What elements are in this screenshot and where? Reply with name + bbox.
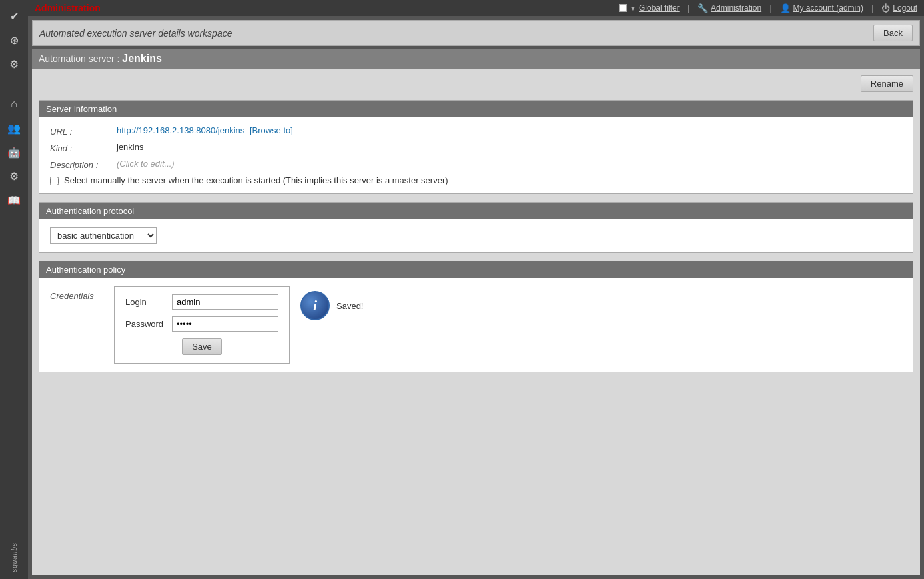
description-row: Description : (Click to edit...)	[50, 159, 902, 170]
back-button[interactable]: Back	[873, 25, 913, 41]
config-icon: ⚙	[9, 170, 19, 183]
info-icon: i	[300, 291, 330, 320]
server-info-panel: Server information URL : http://192.168.…	[39, 100, 913, 194]
sidebar-icon-group[interactable]: 👥	[3, 117, 25, 139]
topbar-sep2: |	[769, 3, 771, 13]
topbar: Administration ▼ Global filter | 🔧 Admin…	[28, 0, 924, 16]
global-filter-link[interactable]: Global filter	[639, 3, 680, 13]
auth-protocol-select[interactable]: basic authentication token authenticatio…	[50, 227, 157, 244]
manual-select-row: Select manually the server when the exec…	[50, 175, 902, 185]
wrench-icon: 🔧	[697, 3, 708, 13]
sidebar-icon-config[interactable]: ⚙	[3, 165, 25, 187]
description-label: Description :	[50, 159, 117, 170]
brand-label: squanbs	[11, 542, 18, 572]
login-label: Login	[125, 297, 165, 307]
my-account-link[interactable]: My account (admin)	[793, 3, 863, 13]
server-title-bar: Automation server : Jenkins	[32, 49, 920, 69]
main-area: Administration ▼ Global filter | 🔧 Admin…	[28, 0, 924, 579]
auth-protocol-panel: Authentication protocol basic authentica…	[39, 202, 913, 253]
save-button[interactable]: Save	[182, 338, 222, 355]
server-info-body: URL : http://192.168.2.138:8080/jenkins …	[39, 117, 913, 193]
browse-to-link[interactable]: [Browse to]	[250, 125, 293, 135]
administration-link[interactable]: Administration	[711, 3, 761, 13]
credentials-box: Login Password Save	[114, 286, 290, 364]
sidebar-icon-gear[interactable]: ⚙	[3, 53, 25, 75]
description-placeholder[interactable]: (Click to edit...)	[117, 159, 175, 169]
power-icon: ⏻	[881, 3, 890, 13]
topbar-right: ▼ Global filter | 🔧 Administration | 👤 M…	[619, 3, 917, 13]
sidebar: ✔ ⊛ ⚙ ⌂ 👥 🤖 ⚙ 📖 squanbs	[0, 0, 28, 579]
user-icon: ⊛	[10, 34, 19, 47]
kind-label: Kind :	[50, 142, 117, 153]
server-info-header: Server information	[39, 101, 913, 117]
workspace: Rename Server information URL : http://1…	[32, 69, 920, 575]
auth-policy-panel: Authentication policy Credentials Login …	[39, 261, 913, 372]
page-header-title: Automated execution server details works…	[39, 28, 232, 39]
home-icon: ⌂	[11, 98, 17, 110]
global-filter-checkbox[interactable]	[619, 4, 627, 12]
info-area: i Saved!	[300, 286, 363, 320]
password-label: Password	[125, 319, 165, 329]
sidebar-icon-book[interactable]: 📖	[3, 189, 25, 211]
auth-protocol-body: basic authentication token authenticatio…	[39, 219, 913, 252]
login-row: Login	[125, 294, 278, 310]
sidebar-icon-user[interactable]: ⊛	[3, 29, 25, 51]
topbar-sep3: |	[871, 3, 873, 13]
server-label: Automation server :	[39, 53, 119, 64]
settings-icon: ⚙	[9, 58, 19, 71]
manual-select-label: Select manually the server when the exec…	[64, 175, 448, 185]
kind-row: Kind : jenkins	[50, 142, 902, 153]
page-header: Automated execution server details works…	[32, 20, 920, 46]
sidebar-icon-check[interactable]: ✔	[3, 5, 25, 27]
auth-protocol-header: Authentication protocol	[39, 203, 913, 219]
url-label: URL :	[50, 125, 117, 137]
content-wrapper: Automated execution server details works…	[28, 16, 924, 579]
administration-container: 🔧 Administration	[697, 3, 761, 13]
rename-row: Rename	[39, 75, 913, 92]
my-account-container: 👤 My account (admin)	[780, 3, 863, 13]
check-icon: ✔	[10, 10, 19, 23]
save-row: Save	[125, 338, 278, 355]
filter-arrow-icon: ▼	[630, 5, 636, 12]
global-filter-container: ▼ Global filter	[619, 3, 680, 13]
sidebar-icon-robot[interactable]: 🤖	[3, 141, 25, 163]
saved-text: Saved!	[336, 301, 363, 311]
login-input[interactable]	[172, 294, 278, 310]
book-icon: 📖	[7, 194, 21, 207]
logout-container: ⏻ Logout	[881, 3, 917, 13]
logout-link[interactable]: Logout	[893, 3, 917, 13]
sidebar-icon-home[interactable]: ⌂	[3, 93, 25, 115]
group-icon: 👥	[7, 122, 21, 135]
credentials-label: Credentials	[50, 286, 103, 301]
topbar-sep1: |	[688, 3, 690, 13]
url-value: http://192.168.2.138:8080/jenkins [Brows…	[117, 125, 293, 135]
credentials-section: Credentials Login Password Sa	[50, 286, 902, 364]
url-text: http://192.168.2.138:8080/jenkins	[117, 125, 244, 135]
app-title: Administration	[35, 3, 101, 13]
url-row: URL : http://192.168.2.138:8080/jenkins …	[50, 125, 902, 137]
auth-policy-header: Authentication policy	[39, 261, 913, 278]
server-name: Jenkins	[122, 53, 162, 64]
rename-button[interactable]: Rename	[861, 75, 913, 92]
robot-icon: 🤖	[7, 146, 21, 159]
auth-policy-body: Credentials Login Password Sa	[39, 278, 913, 372]
person-icon: 👤	[780, 3, 791, 13]
password-row: Password	[125, 316, 278, 332]
manual-select-checkbox[interactable]	[50, 177, 59, 185]
kind-value: jenkins	[117, 142, 143, 152]
password-input[interactable]	[172, 316, 278, 332]
